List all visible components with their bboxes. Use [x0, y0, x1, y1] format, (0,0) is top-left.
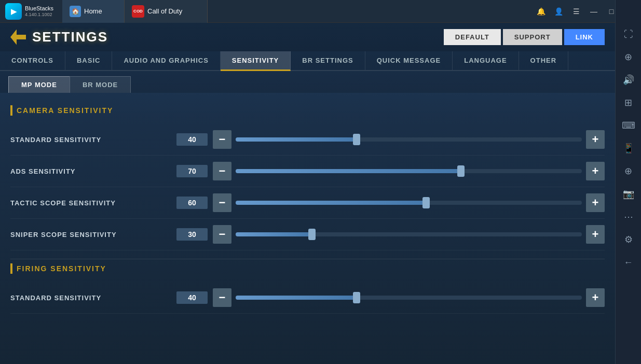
ads-sensitivity-minus[interactable]: − [213, 162, 231, 180]
firing-standard-sensitivity-fill [236, 296, 357, 300]
camera-section-title: CAMERA SENSITIVITY [10, 105, 605, 116]
sniper-scope-sensitivity-value: 30 [176, 228, 208, 241]
game-icon: COD [132, 5, 144, 18]
firing-section-title: FIRING SENSITIVITY [10, 263, 605, 274]
main-tabs: CONTROLS BASIC AUDIO AND GRAPHICS SENSIT… [0, 51, 615, 71]
tab-quick-message[interactable]: QUICK MESSAGE [365, 51, 453, 70]
expand-icon[interactable]: ⊕ [618, 47, 639, 67]
home-tab[interactable]: 🏠 Home [62, 0, 125, 23]
settings-gear-icon[interactable]: ⚙ [618, 229, 639, 250]
firing-standard-sensitivity-thumb[interactable] [353, 292, 360, 303]
add-icon[interactable]: ⊕ [618, 161, 639, 181]
account-icon[interactable]: 👤 [551, 4, 566, 19]
firing-standard-sensitivity-track[interactable] [236, 296, 582, 300]
support-button[interactable]: SUPPORT [503, 29, 562, 45]
tactic-scope-sensitivity-plus[interactable]: + [586, 193, 605, 212]
firing-section-label: FIRING SENSITIVITY [17, 264, 106, 273]
resize-icon[interactable]: ⊞ [618, 92, 639, 113]
bluestacks-version: 4.140.1.1002 [25, 12, 53, 17]
standard-sensitivity-value: 40 [176, 133, 208, 146]
ads-sensitivity-plus[interactable]: + [586, 162, 605, 180]
header-buttons: DEFAULT SUPPORT LINK [444, 29, 605, 45]
game-tab-label: Call of Duty [147, 7, 182, 15]
sniper-scope-sensitivity-track[interactable] [236, 232, 582, 236]
hamburger-menu-icon[interactable]: ☰ [568, 4, 584, 19]
tactic-scope-sensitivity-slider: − + [213, 193, 605, 212]
home-icon: 🏠 [70, 6, 81, 17]
tab-br-settings[interactable]: BR SETTINGS [291, 51, 365, 70]
tactic-scope-sensitivity-value: 60 [176, 197, 208, 209]
more-icon[interactable]: ⋯ [618, 206, 639, 227]
firing-standard-sensitivity-slider: − + [213, 288, 605, 307]
sniper-scope-sensitivity-row: SNIPER SCOPE SENSITIVITY 30 − + [10, 219, 605, 250]
firing-standard-sensitivity-label: STANDARD SENSITIVITY [10, 294, 176, 302]
firing-section-bar-icon [10, 263, 12, 274]
tactic-scope-sensitivity-row: TACTIC SCOPE SENSITIVITY 60 − + [10, 187, 605, 219]
titlebar: ▶ BlueStacks 4.140.1.1002 🏠 Home COD Cal… [0, 0, 641, 23]
keyboard-icon[interactable]: ⌨ [618, 115, 639, 136]
tab-sensitivity[interactable]: SENSITIVITY [221, 51, 291, 71]
tactic-scope-sensitivity-fill [236, 201, 426, 205]
fullscreen-icon[interactable]: ⛶ [618, 24, 639, 45]
settings-header: SETTINGS DEFAULT SUPPORT LINK [0, 23, 615, 51]
tab-language[interactable]: LANGUAGE [453, 51, 519, 70]
tab-basic[interactable]: BASIC [65, 51, 112, 70]
settings-body: CAMERA SENSITIVITY STANDARD SENSITIVITY … [0, 93, 615, 364]
link-button[interactable]: LINK [564, 29, 605, 45]
bluestacks-info: BlueStacks 4.140.1.1002 [25, 5, 53, 17]
ads-sensitivity-value: 70 [176, 165, 208, 177]
tactic-scope-sensitivity-label: TACTIC SCOPE SENSITIVITY [10, 199, 176, 207]
standard-sensitivity-plus[interactable]: + [586, 130, 605, 149]
camera-icon[interactable]: 📷 [618, 184, 639, 204]
home-tab-label: Home [84, 7, 102, 15]
settings-title: SETTINGS [10, 29, 108, 45]
bluestacks-logo: ▶ BlueStacks 4.140.1.1002 [0, 3, 62, 20]
ads-sensitivity-label: ADS SENSITIVITY [10, 167, 176, 175]
minimize-button[interactable]: — [586, 4, 602, 19]
tactic-scope-sensitivity-thumb[interactable] [422, 197, 430, 208]
firing-standard-sensitivity-plus[interactable]: + [586, 288, 605, 307]
firing-standard-sensitivity-minus[interactable]: − [213, 288, 231, 307]
tab-audio-graphics[interactable]: AUDIO AND GRAPHICS [112, 51, 220, 70]
phone-icon[interactable]: 📱 [618, 138, 639, 159]
sniper-scope-sensitivity-slider: − + [213, 225, 605, 244]
tactic-scope-sensitivity-track[interactable] [236, 201, 582, 205]
standard-sensitivity-slider: − + [213, 130, 605, 149]
back-icon[interactable]: ← [618, 252, 639, 273]
standard-sensitivity-label: STANDARD SENSITIVITY [10, 136, 176, 144]
sniper-scope-sensitivity-fill [236, 232, 312, 236]
firing-standard-sensitivity-row: STANDARD SENSITIVITY 40 − + [10, 282, 605, 314]
ads-sensitivity-thumb[interactable] [457, 165, 465, 177]
tactic-scope-sensitivity-minus[interactable]: − [213, 193, 231, 212]
tab-other[interactable]: OTHER [519, 51, 569, 70]
back-arrow-icon[interactable] [10, 30, 26, 45]
sniper-scope-sensitivity-plus[interactable]: + [586, 225, 605, 244]
tab-br-mode[interactable]: BR MODE [70, 76, 131, 93]
standard-sensitivity-minus[interactable]: − [213, 130, 231, 149]
sniper-scope-sensitivity-minus[interactable]: − [213, 225, 231, 244]
mode-tabs: MP MODE BR MODE [0, 71, 615, 93]
ads-sensitivity-slider: − + [213, 162, 605, 180]
bluestacks-name: BlueStacks [25, 5, 53, 12]
right-sidebar: ⛶ ⊕ 🔊 ⊞ ⌨ 📱 ⊕ 📷 ⋯ ⚙ ← [615, 0, 641, 364]
sniper-scope-sensitivity-thumb[interactable] [308, 229, 316, 240]
ads-sensitivity-row: ADS SENSITIVITY 70 − + [10, 156, 605, 187]
section-divider [10, 259, 605, 259]
game-tab[interactable]: COD Call of Duty [125, 0, 208, 23]
sniper-scope-sensitivity-label: SNIPER SCOPE SENSITIVITY [10, 231, 176, 239]
standard-sensitivity-row: STANDARD SENSITIVITY 40 − + [10, 124, 605, 156]
section-bar-icon [10, 105, 12, 116]
camera-section-label: CAMERA SENSITIVITY [17, 106, 113, 115]
main-content: SETTINGS DEFAULT SUPPORT LINK CONTROLS B… [0, 23, 615, 364]
tab-mp-mode[interactable]: MP MODE [8, 76, 70, 93]
settings-heading: SETTINGS [32, 29, 108, 45]
standard-sensitivity-track[interactable] [236, 137, 582, 142]
default-button[interactable]: DEFAULT [444, 29, 501, 45]
notification-icon[interactable]: 🔔 [533, 4, 549, 19]
standard-sensitivity-thumb[interactable] [353, 134, 360, 145]
bluestacks-icon: ▶ [5, 3, 22, 20]
volume-icon[interactable]: 🔊 [618, 69, 639, 90]
ads-sensitivity-track[interactable] [236, 169, 582, 173]
firing-standard-sensitivity-value: 40 [176, 291, 208, 304]
tab-controls[interactable]: CONTROLS [0, 51, 65, 70]
